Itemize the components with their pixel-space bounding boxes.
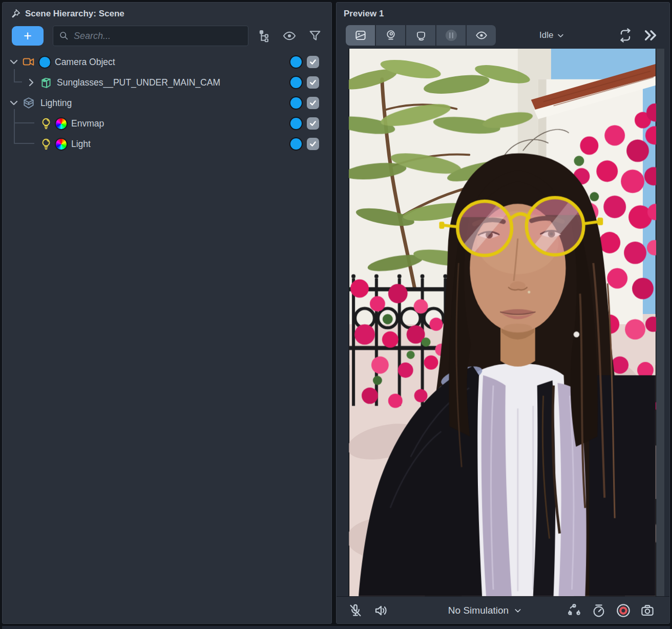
tree-item-label: Camera Object	[55, 56, 115, 68]
visibility-dot[interactable]	[290, 77, 302, 88]
preview-panel-header: Preview 1	[344, 7, 384, 21]
light-bulb-icon	[39, 137, 53, 151]
webcam-source-button[interactable]	[376, 25, 405, 46]
preview-viewport[interactable]	[349, 49, 656, 596]
scene-hierarchy-panel: Scene Hierarchy: Scene +	[2, 2, 332, 624]
color-wheel-icon	[56, 118, 67, 129]
camera-badge-dot	[39, 57, 50, 68]
add-object-button[interactable]: +	[12, 26, 44, 46]
orbit-dots-button[interactable]	[566, 603, 582, 618]
visibility-dot[interactable]	[290, 97, 302, 109]
nose-ring	[528, 291, 530, 293]
visibility-dot[interactable]	[290, 138, 302, 150]
check-icon	[309, 78, 317, 87]
visibility-dot[interactable]	[290, 118, 302, 129]
color-wheel-icon	[56, 139, 67, 150]
preview-panel: Preview 1	[336, 2, 670, 624]
stopwatch-button[interactable]	[591, 603, 606, 618]
bottom-panel-edge	[2, 626, 670, 629]
tree-row-envmap[interactable]: Envmap	[3, 113, 331, 134]
microphone-muted-button[interactable]	[348, 603, 363, 618]
pearl-earring	[574, 331, 579, 337]
filter-funnel-button[interactable]	[308, 29, 322, 43]
preview-eye-button[interactable]	[467, 25, 496, 46]
enabled-checkbox[interactable]	[307, 56, 319, 68]
chevron-down-icon	[514, 606, 522, 615]
visibility-dot[interactable]	[290, 56, 302, 68]
refresh-icon-button[interactable]	[617, 27, 634, 44]
double-chevron-right-button[interactable]	[643, 28, 658, 43]
tree-row-light[interactable]: Light	[3, 134, 331, 154]
tree-view-icon-button[interactable]	[257, 29, 271, 43]
tree-item-label: Sunglasses__PUT_UNDER_MAIN_CAM	[57, 76, 220, 89]
tree-item-label: Envmap	[71, 117, 104, 130]
idle-state-dropdown[interactable]: Idle	[539, 25, 564, 46]
cube-icon	[22, 96, 35, 110]
preview-scrollbar[interactable]	[656, 49, 664, 596]
scene-toolbar: +	[3, 23, 331, 50]
search-icon	[58, 30, 70, 41]
preview-bottom-toolbar: No Simulation	[337, 596, 669, 623]
eye-visibility-button[interactable]	[282, 29, 297, 43]
light-bulb-icon	[39, 117, 53, 130]
search-input[interactable]	[74, 31, 243, 41]
image-source-icon	[354, 29, 367, 42]
snapshot-camera-button[interactable]	[640, 603, 655, 618]
mesh-box-icon	[39, 76, 53, 89]
idle-state-label: Idle	[539, 30, 553, 40]
head-rotation-button[interactable]	[406, 25, 435, 46]
enabled-checkbox[interactable]	[307, 117, 319, 130]
camera-icon	[22, 55, 35, 69]
check-icon	[309, 119, 317, 128]
check-icon	[309, 58, 317, 66]
simulation-label: No Simulation	[448, 605, 509, 616]
tree-row-sunglasses[interactable]: Sunglasses__PUT_UNDER_MAIN_CAM	[3, 72, 331, 93]
tree-item-label: Lighting	[40, 97, 72, 109]
simulation-dropdown[interactable]: No Simulation	[413, 597, 557, 624]
eye-icon	[475, 29, 488, 42]
enabled-checkbox[interactable]	[307, 76, 319, 89]
tree-row-camera-object[interactable]: Camera Object	[3, 52, 331, 72]
check-icon	[309, 140, 317, 148]
speaker-button[interactable]	[373, 603, 389, 618]
chevron-down-icon[interactable]	[8, 56, 20, 68]
search-box[interactable]	[53, 26, 248, 46]
pause-button[interactable]	[436, 25, 466, 46]
scene-tree: Camera Object Sunglasses__PUT	[3, 52, 331, 154]
preview-panel-title: Preview 1	[344, 9, 384, 19]
preview-image	[349, 49, 656, 596]
pause-icon	[444, 28, 458, 43]
record-button[interactable]	[616, 603, 631, 618]
preview-toolbar	[346, 25, 496, 46]
check-icon	[309, 99, 317, 107]
chevron-right-icon[interactable]	[25, 76, 37, 89]
scene-panel-header: Scene Hierarchy: Scene	[10, 7, 124, 21]
chevron-down-icon	[557, 32, 564, 39]
enabled-checkbox[interactable]	[307, 138, 319, 150]
tree-item-label: Light	[71, 138, 91, 150]
webcam-icon	[384, 29, 397, 42]
scene-panel-title: Scene Hierarchy: Scene	[25, 9, 124, 19]
image-source-button[interactable]	[346, 25, 375, 46]
tree-row-lighting[interactable]: Lighting	[3, 93, 331, 113]
head-rotation-icon	[414, 29, 428, 42]
enabled-checkbox[interactable]	[307, 97, 319, 109]
chevron-down-icon[interactable]	[8, 97, 20, 109]
pin-icon	[10, 8, 21, 19]
